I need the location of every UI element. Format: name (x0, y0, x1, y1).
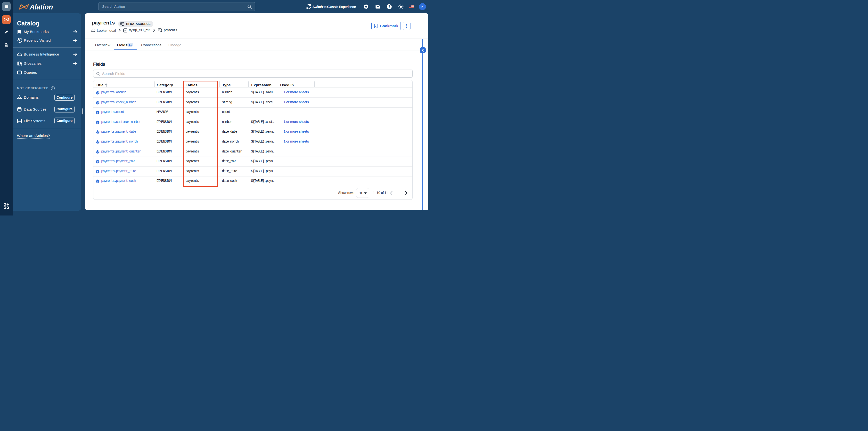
svg-text:?: ? (388, 5, 390, 8)
